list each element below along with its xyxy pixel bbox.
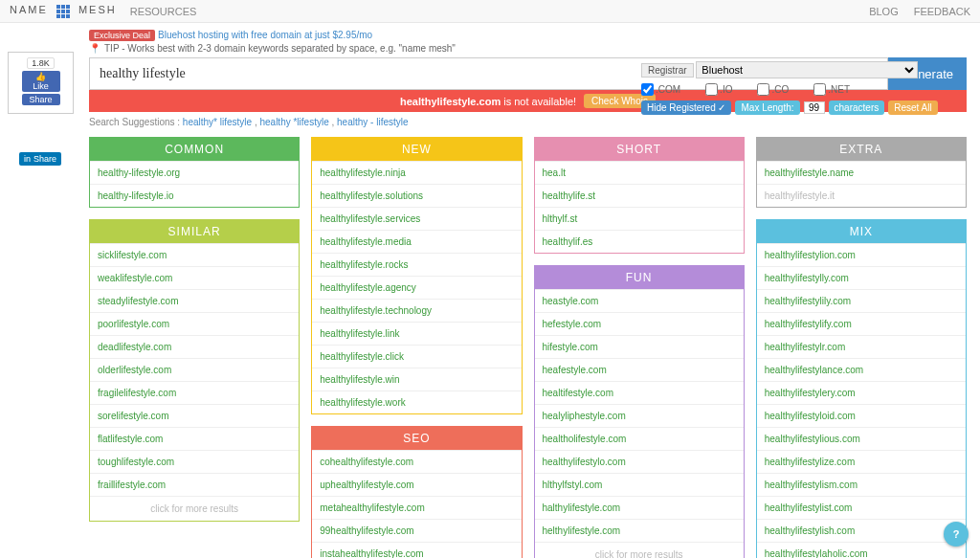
domain-result[interactable]: healthylifestyle.ninja: [312, 161, 521, 184]
panel-header: EXTRA: [757, 138, 966, 161]
domain-result[interactable]: healthylifestylr.com: [757, 335, 966, 358]
domain-result[interactable]: healthylifestyle.technology: [312, 299, 521, 322]
domain-result[interactable]: healtholifestyle.com: [535, 427, 744, 450]
domain-result[interactable]: uphealthylifestyle.com: [312, 473, 521, 496]
domain-result[interactable]: halthylifestyle.com: [535, 496, 744, 519]
reset-all-button[interactable]: Reset All: [888, 100, 937, 115]
domain-result[interactable]: hifestyle.com: [535, 335, 744, 358]
domain-result[interactable]: healthylifestylish.com: [757, 519, 966, 542]
domain-result[interactable]: flatlifestyle.com: [90, 427, 299, 450]
panel-fun: FUNheastyle.comhefestyle.comhifestyle.co…: [534, 265, 745, 558]
domain-result[interactable]: healthylifestylo.com: [535, 450, 744, 473]
domain-result[interactable]: weaklifestyle.com: [90, 266, 299, 289]
domain-result[interactable]: healthylifestylious.com: [757, 427, 966, 450]
domain-result[interactable]: metahealthylifestyle.com: [312, 496, 521, 519]
domain-result[interactable]: instahealthylifestyle.com: [312, 542, 521, 558]
domain-result[interactable]: healthylifestyle.media: [312, 230, 521, 253]
domain-result[interactable]: hea.lt: [535, 161, 744, 184]
domain-result[interactable]: poorlifestyle.com: [90, 312, 299, 335]
panel-seo: SEOcohealthylifestyle.comuphealthylifest…: [311, 426, 522, 558]
nav-resources[interactable]: RESOURCES: [130, 6, 197, 17]
domain-result[interactable]: healthylifestyle.click: [312, 345, 521, 368]
domain-result[interactable]: heafestyle.com: [535, 358, 744, 381]
domain-result[interactable]: healthy-lifestyle.io: [90, 184, 299, 207]
domain-result[interactable]: fragilelifestyle.com: [90, 381, 299, 404]
hide-registered-toggle[interactable]: Hide Registered ✓: [641, 100, 731, 115]
domain-result[interactable]: healthylifestylize.com: [757, 450, 966, 473]
domain-result[interactable]: sorelifestyle.com: [90, 404, 299, 427]
more-results-link[interactable]: click for more results: [535, 542, 744, 558]
domain-result[interactable]: healthylifestylion.com: [757, 243, 966, 266]
registrar-label: Registrar: [641, 63, 694, 78]
domain-result[interactable]: healthylifestyle.services: [312, 207, 521, 230]
domain-result[interactable]: healthylifestylify.com: [757, 312, 966, 335]
registrar-select[interactable]: Bluehost: [696, 61, 917, 78]
domain-result[interactable]: healtifestyle.com: [535, 381, 744, 404]
domain-result[interactable]: healthylifestylily.com: [757, 289, 966, 312]
domain-result[interactable]: olderlifestyle.com: [90, 358, 299, 381]
tld-checkbox[interactable]: .NET: [813, 83, 850, 96]
domain-result[interactable]: hlthylf.st: [535, 207, 744, 230]
tld-checkbox[interactable]: .IO: [705, 83, 732, 96]
domain-result[interactable]: heastyle.com: [535, 289, 744, 312]
help-fab-icon[interactable]: ?: [944, 522, 969, 547]
domain-result[interactable]: healthylifestyloid.com: [757, 404, 966, 427]
domain-result[interactable]: healyliphestyle.com: [535, 404, 744, 427]
domain-result[interactable]: hefestyle.com: [535, 312, 744, 335]
domain-result[interactable]: healthylifestylery.com: [757, 381, 966, 404]
domain-result[interactable]: 99healthylifestyle.com: [312, 519, 521, 542]
domain-result[interactable]: healthylifestylaholic.com: [757, 542, 966, 558]
nav-blog[interactable]: BLOG: [869, 6, 899, 17]
panel-new: NEWhealthylifestyle.ninjahealthylifestyl…: [311, 137, 522, 414]
tld-checkbox[interactable]: .COM: [641, 83, 680, 96]
promo-row: Exclusive Deal Bluehost hosting with fre…: [89, 29, 967, 41]
brand[interactable]: NAME MESH: [10, 4, 117, 17]
domain-result[interactable]: healthylifestylism.com: [757, 473, 966, 496]
facebook-widget[interactable]: 1.8K 👍 Like Share: [8, 52, 74, 114]
domain-result[interactable]: helthylifestyle.com: [535, 519, 744, 542]
domain-result[interactable]: deadlifestyle.com: [90, 335, 299, 358]
tld-checkbox[interactable]: .CO: [757, 83, 789, 96]
domain-result[interactable]: fraillifestyle.com: [90, 473, 299, 496]
nav-feedback[interactable]: FEEDBACK: [914, 6, 970, 17]
domain-result[interactable]: toughlifestyle.com: [90, 450, 299, 473]
panel-header: SIMILAR: [90, 220, 299, 243]
domain-result[interactable]: healthylifestyle.name: [757, 161, 966, 184]
domain-result[interactable]: healthylifestyle.solutions: [312, 184, 521, 207]
domain-result[interactable]: cohealthylifestyle.com: [312, 450, 521, 473]
max-length-input[interactable]: [804, 101, 825, 114]
domain-result[interactable]: healthylifestyle.win: [312, 368, 521, 391]
promo-link[interactable]: Bluehost hosting with free domain at jus…: [158, 30, 372, 40]
domain-result[interactable]: hlthylfstyl.com: [535, 473, 744, 496]
panel-extra: EXTRAhealthylifestyle.namehealthylifesty…: [756, 137, 967, 208]
panel-common: COMMONhealthy-lifestyle.orghealthy-lifes…: [89, 137, 300, 208]
domain-result[interactable]: healthylifestyle.link: [312, 322, 521, 345]
fb-like-button[interactable]: 👍 Like: [22, 71, 60, 92]
domain-result[interactable]: healthylifestylly.com: [757, 266, 966, 289]
suggestion-link[interactable]: healthy* lifestyle: [183, 117, 252, 127]
logo-grid-icon: [56, 5, 70, 18]
suggestion-link[interactable]: healthy - lifestyle: [337, 117, 408, 127]
characters-label: characters: [829, 100, 885, 115]
domain-result[interactable]: healthylifestylance.com: [757, 358, 966, 381]
panel-header: SEO: [312, 427, 521, 450]
domain-result[interactable]: healthy-lifestyle.org: [90, 161, 299, 184]
fb-share-button[interactable]: Share: [22, 94, 60, 105]
domain-result[interactable]: healthylifestyle.rocks: [312, 253, 521, 276]
domain-result[interactable]: steadylifestyle.com: [90, 289, 299, 312]
domain-result[interactable]: healthylif.es: [535, 230, 744, 253]
filter-controls: Registrar Bluehost .COM.IO.CO.NET Hide R…: [641, 61, 967, 115]
suggestion-link[interactable]: healthy *lifestyle: [259, 117, 328, 127]
domain-result[interactable]: healthylifestyle.work: [312, 391, 521, 413]
domain-result[interactable]: healthylifestylist.com: [757, 496, 966, 519]
fb-like-count: 1.8K: [27, 57, 55, 69]
domain-result[interactable]: healthylifestyle.agency: [312, 276, 521, 299]
more-results-link[interactable]: click for more results: [90, 496, 299, 521]
linkedin-share-button[interactable]: inShare: [19, 152, 61, 166]
social-sidebar: 1.8K 👍 Like Share inShare: [0, 23, 81, 558]
tip-text: 📍TIP - Works best with 2-3 domain keywor…: [89, 43, 967, 54]
domain-result[interactable]: healthylife.st: [535, 184, 744, 207]
domain-result[interactable]: healthylifestyle.it: [757, 184, 966, 207]
domain-result[interactable]: sicklifestyle.com: [90, 243, 299, 266]
panel-similar: SIMILARsicklifestyle.comweaklifestyle.co…: [89, 219, 300, 522]
